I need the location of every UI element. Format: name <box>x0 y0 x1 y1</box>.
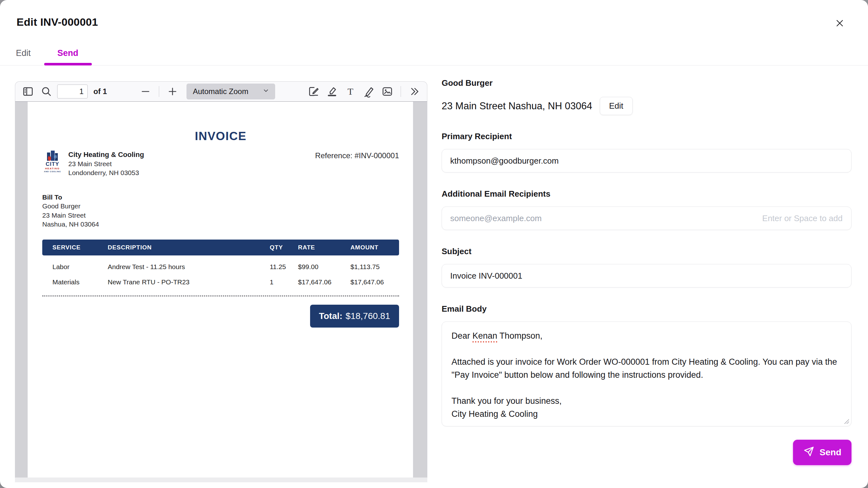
search-icon <box>40 86 53 97</box>
column-header-description: DESCRIPTION <box>108 240 270 255</box>
tab-bar: Edit Send <box>0 43 868 65</box>
search-button[interactable] <box>39 84 54 99</box>
column-header-qty: QTY <box>270 240 298 255</box>
email-closing-line2: City Heating & Cooling <box>452 407 842 421</box>
email-greeting: Dear Kenan Thompson, <box>452 330 842 342</box>
email-body-label: Email Body <box>442 304 851 314</box>
column-header-rate: RATE <box>298 240 350 255</box>
cell-qty: 11.25 <box>270 255 298 271</box>
pdf-page: INVOICE ❄ CITY HEATING <box>28 102 413 482</box>
image-icon <box>381 86 393 97</box>
logo-text-heating: HEATING <box>42 167 63 171</box>
send-form: Good Burger 23 Main Street Nashua, NH 03… <box>427 65 868 482</box>
zoom-select-value: Automatic Zoom <box>193 87 248 96</box>
chevron-down-icon <box>262 87 270 96</box>
signature-tool-button[interactable] <box>306 84 321 99</box>
company-block: City Heating & Cooling 23 Main Street Lo… <box>68 150 144 178</box>
sidebar-toggle-icon <box>22 86 34 97</box>
subject-label: Subject <box>442 247 851 256</box>
sidebar-toggle-button[interactable] <box>20 84 36 99</box>
company-address-line1: 23 Main Street <box>68 159 144 169</box>
cell-description: New Trane RTU - PO-TR23 <box>108 271 270 286</box>
column-header-amount: AMOUNT <box>350 240 399 255</box>
cell-rate: $99.00 <box>298 255 350 271</box>
modal-content: of 1 Automa <box>0 65 868 482</box>
pdf-viewport: INVOICE ❄ CITY HEATING <box>15 102 427 482</box>
additional-recipients-input[interactable] <box>442 207 851 230</box>
total-value: $18,760.81 <box>346 311 390 321</box>
send-icon <box>803 446 815 459</box>
items-separator <box>42 296 399 297</box>
edit-address-button[interactable]: Edit <box>600 97 632 115</box>
close-icon <box>835 19 844 28</box>
invoice-header: ❄ CITY HEATING AND COOLING City Heating … <box>42 150 399 178</box>
subject-input[interactable] <box>442 264 851 287</box>
toolbar-separator <box>401 86 401 97</box>
cell-amount: $1,113.75 <box>350 255 399 271</box>
cell-service: Materials <box>42 271 108 286</box>
invoice-title: INVOICE <box>42 130 399 143</box>
cell-qty: 1 <box>270 271 298 286</box>
modal-header: Edit INV-000001 <box>0 0 868 29</box>
zoom-in-button[interactable] <box>165 84 180 99</box>
double-chevron-icon <box>409 86 420 97</box>
cell-service: Labor <box>42 255 108 271</box>
send-button-label: Send <box>820 447 841 458</box>
invoice-table: SERVICE DESCRIPTION QTY RATE AMOUNT Labo… <box>42 240 399 286</box>
tab-edit[interactable]: Edit <box>3 43 44 65</box>
close-button[interactable] <box>834 17 846 29</box>
plus-icon <box>167 86 178 97</box>
svg-text:T: T <box>348 86 353 97</box>
svg-text:❄: ❄ <box>53 154 58 159</box>
text-tool-button[interactable]: T <box>343 84 358 99</box>
cell-amount: $17,647.06 <box>350 271 399 286</box>
total-label: Total: <box>319 311 342 321</box>
misspelled-word: Kenan <box>472 331 497 341</box>
page-count-label: of 1 <box>93 87 107 96</box>
more-tools-button[interactable] <box>407 84 422 99</box>
bill-to-name: Good Burger <box>42 202 399 211</box>
bill-to-address-line1: 23 Main Street <box>42 211 399 220</box>
table-row: Labor Andrew Test - 11.25 hours 11.25 $9… <box>42 255 399 271</box>
primary-recipient-label: Primary Recipient <box>442 131 851 142</box>
email-closing-line1: Thank you for your business, <box>452 395 842 407</box>
pdf-horizontal-scrollbar[interactable] <box>15 478 427 482</box>
cell-description: Andrew Test - 11.25 hours <box>108 255 270 271</box>
company-address-line2: Londonderry, NH 03053 <box>68 169 144 178</box>
page-number-input[interactable] <box>57 85 88 98</box>
modal-title: Edit INV-000001 <box>17 16 98 28</box>
company-name: City Heating & Cooling <box>68 150 144 159</box>
send-button[interactable]: Send <box>793 440 851 465</box>
logo-text-city: CITY <box>42 161 63 167</box>
edit-invoice-modal: Edit INV-000001 Edit Send <box>0 0 868 488</box>
bill-to-block: Bill To Good Burger 23 Main Street Nashu… <box>42 193 399 229</box>
logo-text-cooling: AND COOLING <box>42 171 63 173</box>
invoice-total: Total:$18,760.81 <box>310 305 399 328</box>
customer-address: 23 Main Street Nashua, NH 03064 <box>442 100 592 112</box>
text-icon: T <box>344 86 356 97</box>
email-paragraph: Attached is your invoice for Work Order … <box>452 356 842 382</box>
highlight-icon <box>326 86 338 97</box>
signature-icon <box>308 86 320 97</box>
pdf-viewer: of 1 Automa <box>15 65 427 482</box>
draw-tool-button[interactable] <box>361 84 376 99</box>
highlight-tool-button[interactable] <box>324 84 340 99</box>
zoom-out-button[interactable] <box>138 84 153 99</box>
company-logo: ❄ CITY HEATING AND COOLING <box>42 150 63 173</box>
primary-recipient-input[interactable] <box>442 149 851 173</box>
column-header-service: SERVICE <box>42 240 108 255</box>
table-row: Materials New Trane RTU - PO-TR23 1 $17,… <box>42 271 399 286</box>
toolbar-separator <box>159 86 159 97</box>
cell-rate: $17,647.06 <box>298 271 350 286</box>
zoom-select[interactable]: Automatic Zoom <box>186 84 275 99</box>
invoice-reference: Reference: #INV-000001 <box>315 151 399 160</box>
pencil-icon <box>363 86 375 97</box>
additional-recipients-label: Additional Email Recipients <box>442 189 851 199</box>
bill-to-label: Bill To <box>42 193 399 202</box>
email-body-editor[interactable]: Dear Kenan Thompson, Attached is your in… <box>442 322 851 426</box>
bill-to-address-line2: Nashua, NH 03064 <box>42 220 399 229</box>
tab-send[interactable]: Send <box>44 43 92 65</box>
minus-icon <box>140 86 151 97</box>
customer-name: Good Burger <box>442 78 851 88</box>
image-tool-button[interactable] <box>380 84 395 99</box>
